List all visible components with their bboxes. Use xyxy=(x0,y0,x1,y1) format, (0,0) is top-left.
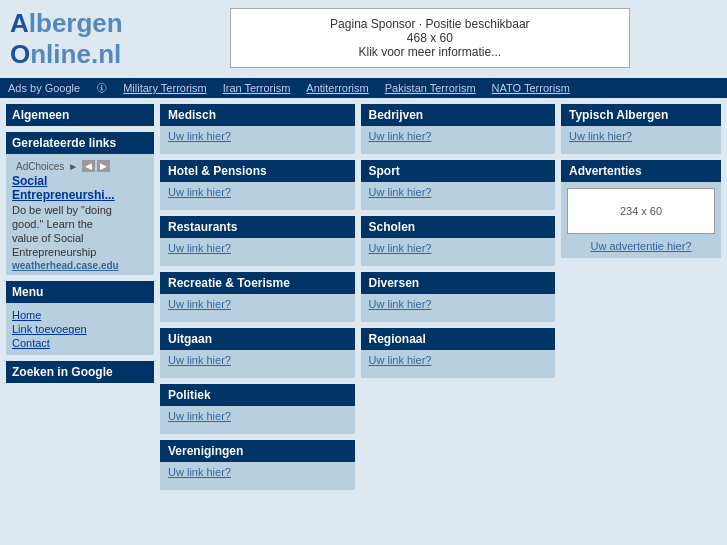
cat-bedrijven-title: Bedrijven xyxy=(361,104,556,126)
ad-nav-prev[interactable]: ◀ xyxy=(82,160,95,172)
cat-hotel-link[interactable]: Uw link hier? xyxy=(168,186,231,198)
zoeken-title: Zoeken in Google xyxy=(6,361,154,383)
typisch-link[interactable]: Uw link hier? xyxy=(569,130,632,142)
cat-medisch-title: Medisch xyxy=(160,104,355,126)
social-text2: good." Learn the xyxy=(12,218,148,230)
typisch-title: Typisch Albergen xyxy=(561,104,721,126)
cat-politiek-link[interactable]: Uw link hier? xyxy=(168,410,231,422)
cat-recreatie-link[interactable]: Uw link hier? xyxy=(168,298,231,310)
typisch-section: Typisch Albergen Uw link hier? xyxy=(561,104,721,154)
adchoices-icon: 🛈 xyxy=(96,82,107,94)
gerelateerde-section: Gerelateerde links AdChoices ► ◀ ▶ Socia… xyxy=(6,132,154,275)
cat-politiek: Politiek Uw link hier? xyxy=(160,384,355,434)
cat-diversen: Diversen Uw link hier? xyxy=(361,272,556,322)
social-text4: Entrepreneurship xyxy=(12,246,148,258)
cat-uitgaan-title: Uitgaan xyxy=(160,328,355,350)
algemeen-section: Algemeen xyxy=(6,104,154,126)
adchoices-label: AdChoices xyxy=(16,161,64,172)
sponsor-box[interactable]: Pagina Sponsor · Positie beschikbaar 468… xyxy=(230,8,630,68)
cat-restaurants-link[interactable]: Uw link hier? xyxy=(168,242,231,254)
cat-scholen-title: Scholen xyxy=(361,216,556,238)
cat-bedrijven: Bedrijven Uw link hier? xyxy=(361,104,556,154)
adchoices-info-icon: ► xyxy=(68,161,78,172)
cat-verenigingen: Verenigingen Uw link hier? xyxy=(160,440,355,490)
cat-sport: Sport Uw link hier? xyxy=(361,160,556,210)
menu-home[interactable]: Home xyxy=(12,309,148,321)
zoeken-section: Zoeken in Google xyxy=(6,361,154,383)
social-text3: value of Social xyxy=(12,232,148,244)
ads-by-google: Ads by Google xyxy=(8,82,80,94)
algemeen-title: Algemeen xyxy=(6,104,154,126)
cat-hotel-title: Hotel & Pensions xyxy=(160,160,355,182)
advertenties-section: Advertenties 234 x 60 Uw advertentie hie… xyxy=(561,160,721,258)
cat-bedrijven-link[interactable]: Uw link hier? xyxy=(369,130,432,142)
cat-politiek-title: Politiek xyxy=(160,384,355,406)
gerelateerde-title: Gerelateerde links xyxy=(6,132,154,154)
menu-contact[interactable]: Contact xyxy=(12,337,148,349)
logo-lbergen: lbergen xyxy=(29,8,123,38)
logo-o: O xyxy=(10,39,30,69)
cat-regionaal-link[interactable]: Uw link hier? xyxy=(369,354,432,366)
cat-medisch-link[interactable]: Uw link hier? xyxy=(168,130,231,142)
cat-scholen-link[interactable]: Uw link hier? xyxy=(369,242,432,254)
menu-section: Menu Home Link toevoegen Contact xyxy=(6,281,154,355)
cat-diversen-link[interactable]: Uw link hier? xyxy=(369,298,432,310)
adbar-link-1[interactable]: Iran Terrorism xyxy=(223,82,291,94)
menu-title: Menu xyxy=(6,281,154,303)
cat-scholen: Scholen Uw link hier? xyxy=(361,216,556,266)
sponsor-line2: 468 x 60 xyxy=(251,31,609,45)
cat-medisch: Medisch Uw link hier? xyxy=(160,104,355,154)
cat-regionaal-title: Regionaal xyxy=(361,328,556,350)
social-text1: Do be well by "doing xyxy=(12,204,148,216)
cat-uitgaan: Uitgaan Uw link hier? xyxy=(160,328,355,378)
adbar-link-3[interactable]: Pakistan Terrorism xyxy=(385,82,476,94)
cat-sport-link[interactable]: Uw link hier? xyxy=(369,186,432,198)
cat-regionaal: Regionaal Uw link hier? xyxy=(361,328,556,378)
sponsor-line1: Pagina Sponsor · Positie beschikbaar xyxy=(251,17,609,31)
cat-restaurants-title: Restaurants xyxy=(160,216,355,238)
menu-link-toevoegen[interactable]: Link toevoegen xyxy=(12,323,148,335)
ad-link[interactable]: Uw advertentie hier? xyxy=(567,240,715,252)
cat-diversen-title: Diversen xyxy=(361,272,556,294)
adbar-link-0[interactable]: Military Terrorism xyxy=(123,82,207,94)
ad-placeholder: 234 x 60 xyxy=(567,188,715,234)
logo-online: nline.nl xyxy=(30,39,121,69)
cat-recreatie: Recreatie & Toerisme Uw link hier? xyxy=(160,272,355,322)
cat-hotel: Hotel & Pensions Uw link hier? xyxy=(160,160,355,210)
adbar-link-4[interactable]: NATO Terrorism xyxy=(492,82,570,94)
ad-size: 234 x 60 xyxy=(620,205,662,217)
social-url[interactable]: weatherhead.case.edu xyxy=(12,260,148,271)
social-link[interactable]: Social Entrepreneurshi... xyxy=(12,174,148,202)
cat-uitgaan-link[interactable]: Uw link hier? xyxy=(168,354,231,366)
cat-restaurants: Restaurants Uw link hier? xyxy=(160,216,355,266)
sponsor-line3: Klik voor meer informatie... xyxy=(251,45,609,59)
cat-sport-title: Sport xyxy=(361,160,556,182)
cat-verenigingen-link[interactable]: Uw link hier? xyxy=(168,466,231,478)
adbar-link-2[interactable]: Antiterrorism xyxy=(306,82,368,94)
ad-nav-next[interactable]: ▶ xyxy=(97,160,110,172)
logo-a: A xyxy=(10,8,29,38)
cat-recreatie-title: Recreatie & Toerisme xyxy=(160,272,355,294)
cat-verenigingen-title: Verenigingen xyxy=(160,440,355,462)
advertenties-title: Advertenties xyxy=(561,160,721,182)
